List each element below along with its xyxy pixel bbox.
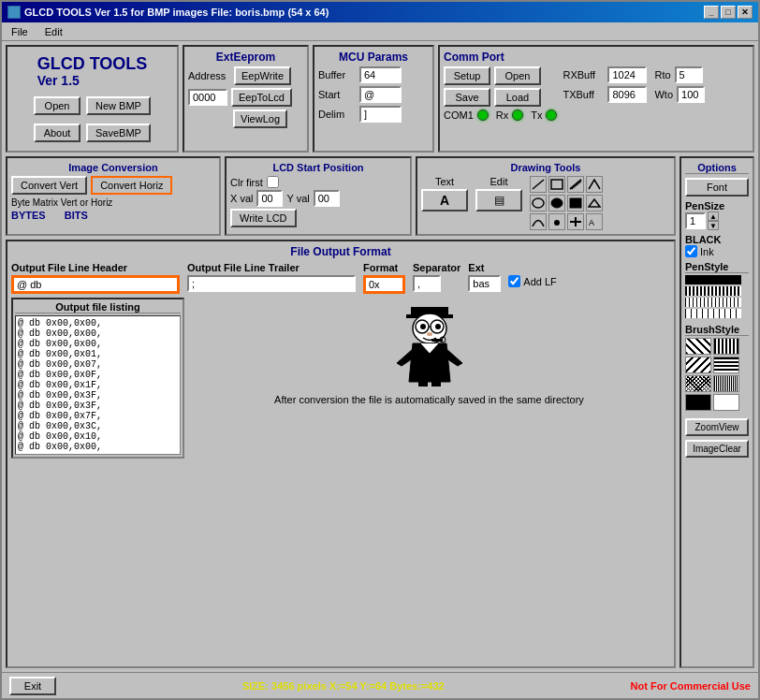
pen-size-input[interactable] <box>685 212 706 229</box>
svg-rect-20 <box>431 339 443 342</box>
comm-load-button[interactable]: Load <box>494 88 541 107</box>
about-button[interactable]: About <box>34 124 80 142</box>
fo-header-label: Output File Line Header <box>11 262 180 273</box>
clr-first-checkbox[interactable] <box>267 176 279 188</box>
main-window: GLCD TOOLS Ver 1.5 for BMP images File: … <box>0 0 760 700</box>
zoom-view-button[interactable]: ZoomView <box>685 418 749 436</box>
draw-tool-9[interactable] <box>530 213 547 230</box>
write-lcd-button[interactable]: Write LCD <box>230 209 297 227</box>
brush-1[interactable] <box>685 338 711 355</box>
main-body: Image Conversion Convert Vert Convert Ho… <box>6 156 754 668</box>
fo-ext-input[interactable] <box>468 275 501 292</box>
brush-4[interactable] <box>713 357 739 373</box>
brush-2[interactable] <box>713 338 739 355</box>
fo-trailer-input[interactable] <box>187 275 356 292</box>
draw-tool-11[interactable] <box>567 213 584 230</box>
exit-button[interactable]: Exit <box>9 677 56 695</box>
pen-size-down-button[interactable]: ▼ <box>708 221 719 230</box>
clr-first-row: Clr first <box>230 176 406 188</box>
draw-tool-7[interactable] <box>567 195 584 211</box>
fo-header-input[interactable] <box>11 275 180 294</box>
draw-tool-8[interactable] <box>586 195 603 211</box>
rto-input[interactable] <box>675 66 703 83</box>
penstyle-solid[interactable] <box>685 275 741 284</box>
bits-label: BITS <box>65 210 88 221</box>
font-button[interactable]: Font <box>685 178 749 197</box>
convert-horiz-button[interactable]: Convert Horiz <box>91 176 172 195</box>
viewlog-row: ViewLog <box>188 109 303 128</box>
address-label: Address <box>188 70 230 81</box>
brush-6[interactable] <box>713 375 739 392</box>
pen-style-section: PenStyle <box>685 261 749 320</box>
buffer-input[interactable] <box>359 66 402 83</box>
text-tool-button[interactable]: A <box>421 189 468 211</box>
comm-setup-button[interactable]: Setup <box>444 66 490 85</box>
view-log-button[interactable]: ViewLog <box>233 109 287 128</box>
svg-rect-6 <box>570 198 581 208</box>
txbuff-row: TXBuff Wto <box>563 86 705 103</box>
open-button[interactable]: Open <box>34 96 80 115</box>
tx-label: Tx <box>531 109 542 121</box>
maximize-button[interactable]: □ <box>721 6 736 19</box>
com-led <box>477 109 489 121</box>
menu-file[interactable]: File <box>7 25 32 38</box>
draw-tool-3[interactable] <box>567 176 584 193</box>
penstyle-dashed[interactable] <box>685 286 741 296</box>
add-lf-checkbox[interactable] <box>508 275 520 287</box>
add-lf-row: Add LF <box>508 275 556 287</box>
brush-3[interactable] <box>685 357 711 373</box>
wto-input[interactable] <box>677 86 705 103</box>
pen-size-up-button[interactable]: ▲ <box>708 211 719 221</box>
mcu-params-title: MCU Params <box>318 51 429 64</box>
image-clear-button[interactable]: ImageClear <box>685 440 749 458</box>
penstyle-dotted[interactable] <box>685 298 741 307</box>
fo-format-label: Format <box>363 262 405 273</box>
eep-to-lcd-button[interactable]: EepToLcd <box>231 88 292 107</box>
comm-open-button[interactable]: Open <box>494 66 541 85</box>
options-title: Options <box>685 162 749 174</box>
fo-format-input[interactable] <box>363 275 405 294</box>
close-button[interactable]: ✕ <box>738 6 753 19</box>
ink-checkbox[interactable] <box>685 245 697 257</box>
eep-write-button[interactable]: EepWrite <box>234 66 291 85</box>
draw-tool-10[interactable] <box>548 213 565 230</box>
pen-size-title: PenSize <box>685 200 749 211</box>
fo-fields-row: Output File Line Header Output File Line… <box>11 262 670 294</box>
fo-separator-input[interactable] <box>413 275 441 292</box>
txbuff-input[interactable] <box>607 86 647 103</box>
start-input[interactable] <box>359 86 402 103</box>
address-input[interactable] <box>188 89 227 106</box>
save-bmp-button[interactable]: SaveBMP <box>86 124 151 142</box>
delim-input[interactable] <box>359 106 402 123</box>
brush-style-title: BrushStyle <box>685 324 749 336</box>
comm-save-button[interactable]: Save <box>444 88 490 107</box>
comm-port-panel: Comm Port Setup Open Save Load COM1 <box>438 45 754 153</box>
listing-area[interactable]: @ db 0x00,0x00,@ db 0x00,0x00,@ db 0x00,… <box>15 315 181 455</box>
clr-first-label: Clr first <box>230 177 263 188</box>
draw-tool-2[interactable] <box>548 176 565 193</box>
svg-point-5 <box>551 198 563 208</box>
logo-panel: GLCD TOOLS Ver 1.5 Open New BMP About Sa… <box>6 45 179 153</box>
brush-8[interactable] <box>713 394 739 411</box>
draw-tool-12[interactable]: A <box>586 213 603 230</box>
draw-tool-4[interactable] <box>586 176 603 193</box>
delim-label: Delim <box>318 109 356 120</box>
brush-5[interactable] <box>685 375 711 392</box>
black-label: BLACK <box>685 234 749 245</box>
y-val-input[interactable] <box>314 190 340 207</box>
convert-vert-button[interactable]: Convert Vert <box>11 176 87 195</box>
draw-tool-5[interactable] <box>530 195 547 211</box>
menu-edit[interactable]: Edit <box>41 25 66 38</box>
rxbuff-input[interactable] <box>607 66 647 83</box>
minimize-button[interactable]: _ <box>704 6 719 19</box>
penstyle-sparse[interactable] <box>685 309 741 318</box>
txbuff-label: TXBuff <box>563 89 604 100</box>
new-bmp-button[interactable]: New BMP <box>86 96 151 115</box>
fo-body-row: Output file listing @ db 0x00,0x00,@ db … <box>11 298 670 459</box>
draw-tool-6[interactable] <box>548 195 565 211</box>
draw-tools-grid: A <box>530 176 603 230</box>
draw-tool-1[interactable] <box>530 176 547 193</box>
x-val-input[interactable] <box>256 190 283 207</box>
edit-tool-button[interactable]: ▤ <box>475 189 522 211</box>
brush-7[interactable] <box>685 394 711 411</box>
